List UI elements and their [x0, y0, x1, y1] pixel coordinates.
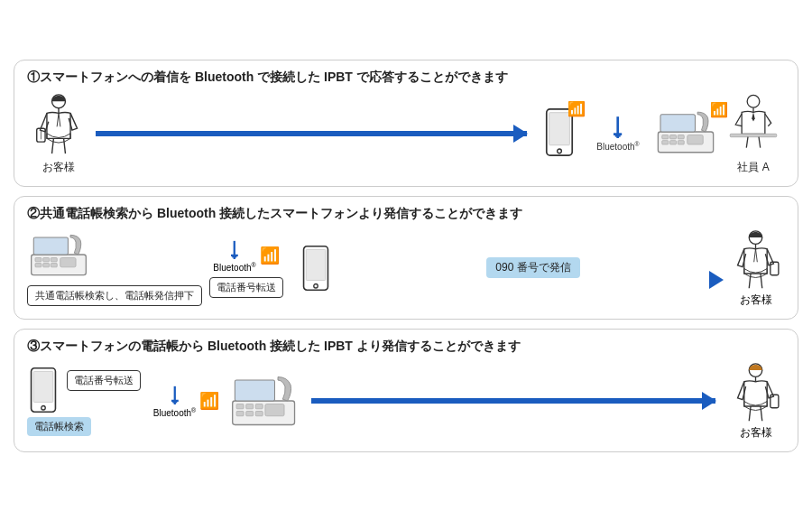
svg-rect-51 — [255, 404, 263, 409]
sec2-tag-090: 090 番号で発信 — [486, 257, 579, 278]
customer-area: お客様 — [27, 93, 90, 175]
svg-rect-28 — [43, 257, 50, 261]
sec2-middle: ⭣ Bluetooth® 📶 電話番号転送 — [206, 238, 287, 297]
sec3-customer-icon — [731, 362, 780, 423]
svg-rect-48 — [235, 380, 274, 401]
section3-title: ③スマートフォンの電話帳から Bluetooth 接続した IPBT より発信す… — [27, 339, 785, 355]
svg-rect-15 — [678, 135, 684, 139]
sec3-phone-icon — [27, 367, 60, 413]
sec3-desk-phone — [228, 374, 300, 428]
wifi-icon2: 📶 — [710, 101, 728, 118]
svg-rect-33 — [60, 257, 76, 266]
svg-rect-9 — [549, 112, 570, 144]
wifi-icon1: 📶 — [567, 100, 586, 117]
svg-rect-52 — [236, 411, 244, 415]
bluetooth-section1: ⭣ Bluetooth® — [586, 116, 650, 152]
svg-rect-30 — [35, 263, 42, 266]
section2-content: 共通電話帳検索し、電話帳発信押下 ⭣ Bluetooth® 📶 電話番号転送 — [27, 229, 785, 308]
sec3-customer-label: お客様 — [740, 425, 772, 441]
section1-title: ①スマートフォンへの着信を Bluetooth で接続した IPBT で応答する… — [27, 70, 785, 86]
employee-label: 社員 A — [737, 160, 769, 175]
sec3-search-label: 電話帳検索 — [27, 417, 91, 436]
svg-line-24 — [759, 136, 761, 147]
svg-line-39 — [754, 248, 756, 262]
sec3-arrow-line — [311, 398, 715, 404]
svg-rect-22 — [730, 134, 776, 136]
svg-line-42 — [749, 273, 751, 287]
sec3-left: 電話番号転送 電話帳検索 — [27, 367, 144, 436]
customer-icon — [32, 93, 86, 156]
bt-symbol3: ⭣ — [165, 384, 185, 407]
svg-point-36 — [313, 283, 317, 287]
sec2-customer-label: お客様 — [740, 293, 772, 308]
section2-title: ②共通電話帳検索から Bluetooth 接続したスマートフォンより発信すること… — [27, 206, 785, 222]
svg-rect-50 — [246, 404, 254, 409]
customer-label: お客様 — [42, 160, 75, 175]
sec2-tag-transfer: 電話番号転送 — [209, 277, 283, 298]
employee-area: 社員 A — [722, 93, 785, 175]
svg-line-40 — [756, 248, 758, 262]
svg-rect-54 — [255, 411, 263, 415]
svg-point-46 — [42, 405, 45, 409]
sec2-arrow-label: 090 番号で発信 — [344, 257, 723, 280]
svg-rect-12 — [660, 115, 696, 132]
svg-rect-17 — [670, 141, 677, 144]
svg-line-59 — [749, 405, 751, 420]
svg-line-23 — [746, 136, 748, 147]
sec2-bottom-label: 共通電話帳検索し、電話帳発信押下 — [27, 285, 202, 306]
svg-rect-35 — [306, 249, 326, 280]
svg-rect-27 — [35, 257, 42, 261]
svg-point-10 — [558, 148, 562, 153]
desk-phone-icon — [654, 106, 717, 158]
svg-rect-45 — [33, 371, 53, 402]
svg-rect-16 — [662, 141, 669, 144]
section1: ①スマートフォンへの着信を Bluetooth で接続した IPBT で応答する… — [14, 60, 798, 187]
section3-content: 電話番号転送 電話帳検索 ⭣ Bluetooth® 📶 — [27, 362, 785, 441]
main-container: ①スマートフォンへの着信を Bluetooth で接続した IPBT で応答する… — [14, 60, 798, 452]
bt-symbol2: ⭣ — [225, 238, 245, 262]
svg-rect-26 — [33, 237, 68, 254]
section2: ②共通電話帳検索から Bluetooth 接続したスマートフォンより発信すること… — [14, 196, 798, 320]
sec2-left: 共通電話帳検索し、電話帳発信押下 — [27, 231, 202, 306]
bt-label2: Bluetooth® — [213, 262, 255, 273]
svg-line-60 — [761, 405, 762, 420]
wifi-icon3: 📶 — [260, 246, 280, 265]
employee-icon — [726, 93, 780, 156]
bt-label3: Bluetooth® — [153, 407, 196, 418]
svg-rect-31 — [43, 263, 50, 266]
svg-rect-13 — [662, 135, 669, 139]
svg-rect-49 — [236, 404, 244, 409]
svg-rect-29 — [51, 257, 57, 261]
bluetooth-symbol1: ⭣ — [606, 116, 630, 139]
arrow-line — [96, 131, 527, 136]
svg-line-6 — [52, 138, 54, 153]
svg-line-43 — [761, 273, 762, 287]
sec3-arrow — [304, 398, 723, 404]
svg-rect-32 — [51, 263, 57, 266]
svg-line-3 — [59, 113, 60, 126]
svg-rect-19 — [687, 135, 704, 145]
section1-content: お客様 📶 ⭣ — [27, 93, 785, 175]
sec2-phone-icon — [300, 245, 332, 292]
svg-line-7 — [64, 138, 66, 153]
sec3-desk-phone-icon — [228, 374, 300, 428]
sec3-tag-transfer: 電話番号転送 — [67, 370, 141, 391]
svg-point-20 — [747, 95, 760, 107]
svg-rect-55 — [265, 404, 284, 416]
sec2-smartphone — [291, 245, 340, 292]
smartphone-area: 📶 — [532, 107, 586, 161]
svg-rect-18 — [678, 141, 684, 144]
sec1-arrow — [90, 131, 532, 136]
bluetooth-label1: Bluetooth® — [596, 141, 639, 152]
sec2-right: お客様 — [726, 229, 785, 308]
section3: ③スマートフォンの電話帳から Bluetooth 接続した IPBT より発信す… — [14, 329, 798, 452]
wifi-icon4: 📶 — [199, 391, 219, 411]
svg-rect-14 — [670, 135, 677, 139]
sec2-desk-phone-icon — [27, 231, 90, 278]
sec3-right: お客様 — [726, 362, 785, 441]
sec2-customer-icon — [731, 229, 780, 291]
svg-line-2 — [57, 113, 59, 126]
desk-phone-area: 📶 — [650, 106, 722, 162]
sec3-middle: ⭣ Bluetooth® 📶 — [148, 384, 225, 418]
svg-rect-53 — [246, 411, 254, 415]
